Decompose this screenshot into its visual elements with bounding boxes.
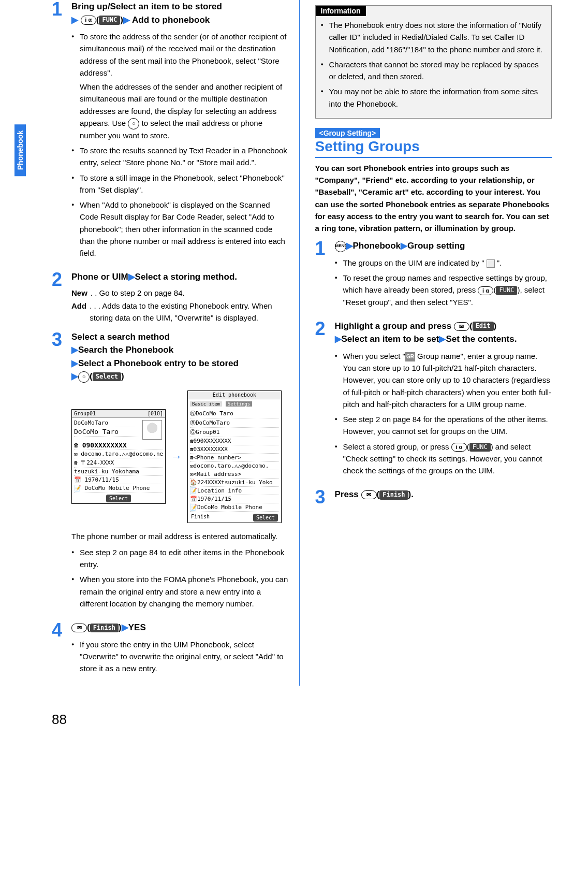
sl-l4: ✉ docomo.taro.△△@docomo.ne.jp <box>74 450 163 458</box>
sr-l6: ☎<Phone number> <box>190 454 279 462</box>
sr-l2: ⓇDoCoMoTaro <box>190 418 279 428</box>
left-step-2: 2 Phone or UIM▶Select a storing method. … <box>52 270 289 325</box>
sr-footer-r: Select <box>253 514 278 522</box>
ialpha-key: i α <box>478 286 493 295</box>
step-number: 2 <box>315 320 330 483</box>
step3-after-fig: The phone number or mail address is ente… <box>71 530 289 542</box>
step4-b1: If you store the entry in the UIM Phoneb… <box>71 639 289 675</box>
sr-head: Edit phonebook <box>213 392 256 398</box>
menu-key: MENU <box>335 241 346 252</box>
sl-l6: tsuzuki-ku Yokohama <box>74 468 163 476</box>
r1-title-b: Group setting <box>407 241 465 251</box>
r2-b2: See step 2 on page 84 for the operations… <box>335 413 552 438</box>
screen-left-head-l: Group01 <box>74 411 96 416</box>
arrow-icon: ▶ <box>128 272 135 282</box>
step-number: 3 <box>315 488 330 506</box>
sr-l3: ⒼGroup01 <box>190 428 279 437</box>
step3-b1: See step 2 on page 84 to edit other item… <box>71 546 289 571</box>
arrow-icon: ▶ <box>71 358 78 368</box>
screen-left: Group01 [010] DoCoMoTaro DoCoMo Taro ☎ 0… <box>71 409 166 504</box>
info-b3: You may not be able to store the informa… <box>321 85 547 110</box>
step1-b1: To store the address of the sender (or o… <box>80 32 286 77</box>
def-new-text: . . Go to step 2 on page 84. <box>91 287 185 299</box>
step1-b2: To store the results scanned by Text Rea… <box>71 144 289 169</box>
section-title: Setting Groups <box>315 138 552 158</box>
arrow-icon: ▶ <box>71 371 78 381</box>
sl-l5: ☎ 〒224-XXXX <box>74 458 163 468</box>
r2-b1-a: When you select " <box>343 352 405 360</box>
sr-l11: 📅1970/11/15 <box>190 495 279 503</box>
r2-b3-a: Select a stored group, or press <box>343 442 451 451</box>
sl-l1: DoCoMoTaro <box>74 419 141 427</box>
r3-title-b: . <box>411 489 414 499</box>
func-badge: FUNC <box>469 443 491 452</box>
sl-l2: DoCoMo Taro <box>74 427 141 437</box>
arrow-icon: ▶ <box>71 15 78 25</box>
left-step-1: 1 Bring up/Select an item to be stored ▶… <box>52 0 289 265</box>
r1-title-a: Phonebook <box>353 241 401 251</box>
step1-b4: When "Add to phonebook" is displayed on … <box>71 199 289 259</box>
sr-l8: ✉<Mail address> <box>190 470 279 479</box>
ialpha-key: i α <box>81 16 96 24</box>
sr-l12: 📝DoCoMo Mobile Phone <box>190 503 279 512</box>
step-number: 1 <box>315 239 330 314</box>
def-add-text: . . . Adds data to the existing Phoneboo… <box>90 300 288 324</box>
step3-figure: Group01 [010] DoCoMoTaro DoCoMo Taro ☎ 0… <box>71 390 289 523</box>
step3-title-a: Select a search method <box>71 332 170 342</box>
left-step-3: 3 Select a search method ▶Search the Pho… <box>52 330 289 616</box>
arrow-icon: ▶ <box>346 241 353 251</box>
arrow-icon: ▶ <box>123 15 130 25</box>
step-number: 3 <box>52 330 66 616</box>
edit-badge: Edit <box>473 322 494 331</box>
r1-b1-b: ". <box>495 258 502 267</box>
sr-l5: ☎03XXXXXXXX <box>190 445 279 454</box>
left-column: 1 Bring up/Select an item to be stored ▶… <box>52 0 300 686</box>
arrow-icon: ▶ <box>122 622 128 632</box>
gr-icon: GR <box>405 352 415 361</box>
sl-footer: Select <box>106 495 131 502</box>
section-intro: You can sort Phonebook entries into grou… <box>315 162 552 235</box>
sr-l10: 📝Location info <box>190 487 279 495</box>
arrow-icon: ▶ <box>335 334 342 344</box>
step1-title-b: Add to phonebook <box>132 15 210 25</box>
info-b2: Characters that cannot be stored may be … <box>321 59 547 83</box>
sr-tab1: Basic item <box>190 401 222 407</box>
sr-l1: ⓃDoCoMo Taro <box>190 409 279 418</box>
section-tag: <Group Setting> <box>315 128 380 138</box>
ialpha-key: i α <box>451 443 467 452</box>
screen-left-head-r: [010] <box>148 411 163 416</box>
information-box: Information The Phonebook entry does not… <box>315 5 552 119</box>
mail-key: ✉ <box>361 490 377 499</box>
side-tab-phonebook: Phonebook <box>14 124 26 176</box>
finish-badge: Finish <box>90 624 119 633</box>
page-number: 88 <box>52 712 588 728</box>
step4-yes: YES <box>128 622 146 632</box>
step2-title-a: Phone or UIM <box>71 272 128 282</box>
sl-l7: 📅 1970/11/15 <box>74 476 163 484</box>
step1-b3: To store a still image in the Phonebook,… <box>71 172 289 196</box>
screen-right: Edit phonebook Basic item Settings ⓃDoCo… <box>187 390 282 523</box>
func-badge: FUNC <box>496 286 517 295</box>
r2-title-b: Select an item to be set <box>342 334 439 344</box>
r2-title-a: Highlight a group and press <box>335 321 454 331</box>
step2-title-b: Select a storing method. <box>135 272 237 282</box>
step3-title-c: Select a Phonebook entry to be stored <box>78 358 239 368</box>
right-step-3: 3 Press ✉(Finish). <box>315 488 552 506</box>
right-column: Information The Phonebook entry does not… <box>315 0 552 686</box>
avatar-icon <box>142 420 162 440</box>
mail-key: ✉ <box>454 322 469 331</box>
r1-b1-a: The groups on the UIM are indicated by " <box>343 258 487 267</box>
right-step-1: 1 MENU▶Phonebook▶Group setting The group… <box>315 239 552 314</box>
r2-title-c: Set the contents. <box>446 334 517 344</box>
sr-footer-l: Finish <box>191 514 210 522</box>
figure-arrow-icon: → <box>171 450 182 464</box>
step3-b2: When you store into the FOMA phone's Pho… <box>71 573 289 610</box>
info-b1: The Phonebook entry does not store the i… <box>321 19 547 55</box>
func-badge: FUNC <box>99 16 120 25</box>
step3-title-b: Search the Phonebook <box>78 345 173 355</box>
sr-l4: ☎090XXXXXXXX <box>190 437 279 445</box>
def-new-label: New <box>71 287 87 299</box>
def-add-label: Add <box>71 300 86 324</box>
right-step-2: 2 Highlight a group and press ✉(Edit) ▶S… <box>315 320 552 483</box>
sr-l7: ✉docomo.taro.△△@docomo. <box>190 462 279 470</box>
